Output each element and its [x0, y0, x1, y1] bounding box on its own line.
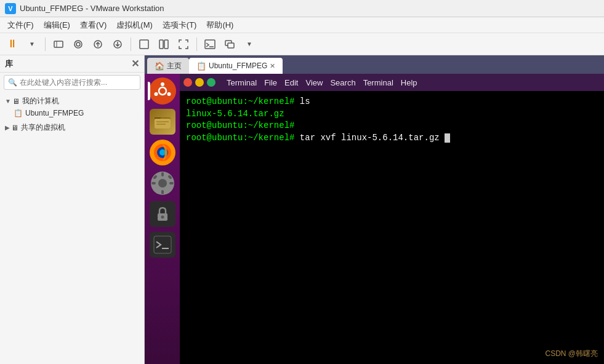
- terminal-output[interactable]: root@ubuntu:~/kernel# ls linux-5.6.14.ta…: [180, 91, 604, 364]
- prompt-1: root@ubuntu:~/kernel#: [186, 97, 300, 106]
- library-close-button[interactable]: ✕: [131, 58, 139, 69]
- svg-rect-32: [161, 190, 164, 194]
- fullscreen-button[interactable]: [175, 36, 192, 53]
- terminal-line-4: root@ubuntu:~/kernel# tar xvf linux-5.6.…: [186, 132, 598, 144]
- vm-menu-terminal2[interactable]: Terminal: [363, 78, 393, 87]
- console-button[interactable]: [201, 36, 219, 53]
- vm-menu-edit[interactable]: Edit: [284, 78, 298, 87]
- tree-item-my-computer[interactable]: ▼ 🖥 我的计算机: [0, 95, 144, 108]
- library-tree: ▼ 🖥 我的计算机 📋 Ubuntu_FFMPEG ▶ 🖥 共享的虚拟机: [0, 92, 144, 364]
- minimize-button[interactable]: [195, 78, 204, 87]
- window-controls: [183, 78, 215, 87]
- vm-menu-terminal[interactable]: Terminal: [227, 78, 257, 87]
- cmd-2: tar xvf linux-5.6.14.tar.gz: [300, 133, 445, 143]
- search-box[interactable]: 🔍: [4, 75, 140, 90]
- svg-rect-9: [159, 40, 163, 49]
- svg-point-18: [167, 92, 171, 96]
- expand-arrow-shared: ▶: [5, 124, 10, 131]
- vm-menu-help[interactable]: Help: [401, 78, 417, 87]
- terminal-icon: [150, 232, 175, 258]
- separator-3: [196, 38, 197, 51]
- toolbar: ⏸ ▼ ▼: [0, 33, 604, 55]
- watermark: CSDN @韩曙亮: [545, 349, 598, 359]
- file-manager-icon: [150, 109, 175, 135]
- view-split-button[interactable]: [155, 36, 172, 53]
- tree-item-shared-vms[interactable]: ▶ 🖥 共享的虚拟机: [0, 121, 144, 134]
- tab-bar: 🏠 主页 📋 Ubuntu_FFMPEG ✕: [145, 55, 604, 74]
- svg-rect-11: [205, 40, 215, 49]
- window-title: Ubuntu_FFMPEG - VMware Workstation: [20, 4, 164, 13]
- vm-menu-view[interactable]: View: [305, 78, 323, 87]
- svg-point-19: [154, 92, 158, 96]
- terminal-line-1: root@ubuntu:~/kernel# ls: [186, 96, 598, 108]
- right-panel: 🏠 主页 📋 Ubuntu_FFMPEG ✕: [145, 55, 604, 364]
- separator-1: [45, 38, 46, 51]
- ubuntu-vm-label: Ubuntu_FFMPEG: [25, 109, 84, 117]
- ubuntu-logo-icon: [149, 77, 176, 105]
- snapshot3-button[interactable]: [109, 36, 126, 53]
- menu-view[interactable]: 查看(V): [75, 18, 111, 32]
- svg-rect-8: [140, 40, 148, 49]
- svg-rect-10: [164, 40, 168, 49]
- snapshot2-button[interactable]: [89, 36, 107, 53]
- menu-bar: 文件(F) 编辑(E) 查看(V) 虚拟机(M) 选项卡(T) 帮助(H): [0, 17, 604, 33]
- firefox-icon: [149, 139, 176, 166]
- svg-point-3: [76, 42, 80, 46]
- dock-item-ubuntu[interactable]: [148, 76, 177, 106]
- tree-item-ubuntu-vm[interactable]: 📋 Ubuntu_FFMPEG: [9, 108, 144, 119]
- maximize-button[interactable]: [207, 78, 215, 87]
- title-bar: V Ubuntu_FFMPEG - VMware Workstation: [0, 0, 604, 17]
- home-icon: 🏠: [155, 61, 164, 71]
- svg-rect-0: [54, 41, 63, 47]
- search-icon: 🔍: [8, 78, 17, 87]
- pause-dropdown[interactable]: ▼: [23, 36, 41, 53]
- prompt-3: root@ubuntu:~/kernel#: [186, 133, 300, 143]
- vm-menu-file[interactable]: File: [264, 78, 277, 87]
- settings-icon: [149, 170, 176, 197]
- dock-item-terminal[interactable]: [148, 230, 177, 259]
- vm-icon: 📋: [14, 109, 23, 117]
- menu-tab[interactable]: 选项卡(T): [158, 18, 202, 32]
- left-panel: 库 ✕ 🔍 ▼ 🖥 我的计算机 📋 Ubuntu_FFMPEG ▶ 🖥 共享的虚…: [0, 55, 145, 364]
- pause-button[interactable]: ⏸: [4, 36, 21, 53]
- send-ctrl-alt-del-button[interactable]: [50, 36, 67, 53]
- dock-item-files[interactable]: [148, 107, 177, 136]
- tab-close-button[interactable]: ✕: [270, 62, 275, 70]
- svg-rect-14: [228, 43, 234, 48]
- app-dock: [145, 74, 180, 364]
- tab-vm-label: Ubuntu_FFMPEG: [209, 61, 267, 70]
- svg-point-30: [158, 179, 167, 188]
- svg-rect-34: [169, 182, 174, 184]
- prompt-2: root@ubuntu:~/kernel#: [186, 121, 300, 130]
- separator-2: [131, 38, 131, 51]
- library-header: 库 ✕: [0, 55, 144, 73]
- terminal-cursor: [445, 133, 450, 143]
- menu-edit[interactable]: 编辑(E): [39, 18, 75, 32]
- tab-home-label: 主页: [167, 61, 182, 71]
- menu-vm[interactable]: 虚拟机(M): [111, 18, 158, 32]
- terminal-line-2: linux-5.6.14.tar.gz: [186, 108, 598, 121]
- svg-point-28: [159, 149, 166, 156]
- svg-rect-39: [154, 236, 171, 253]
- dock-item-firefox[interactable]: [148, 138, 177, 167]
- resize-dropdown[interactable]: ▼: [241, 36, 258, 53]
- dock-item-settings[interactable]: [148, 168, 177, 198]
- vm-menu-search[interactable]: Search: [330, 78, 355, 87]
- search-input[interactable]: [20, 78, 136, 87]
- resize-button[interactable]: [221, 36, 238, 53]
- cmd-1: ls: [300, 97, 310, 106]
- svg-rect-33: [151, 182, 156, 184]
- view-full-button[interactable]: [135, 36, 153, 53]
- tab-home[interactable]: 🏠 主页: [147, 58, 189, 74]
- vm-content-area: Terminal File Edit View Search Terminal …: [145, 74, 604, 364]
- tab-ubuntu-vm[interactable]: 📋 Ubuntu_FFMPEG ✕: [189, 58, 283, 74]
- svg-point-17: [161, 82, 164, 86]
- menu-help[interactable]: 帮助(H): [201, 18, 238, 32]
- svg-rect-22: [155, 119, 171, 129]
- menu-file[interactable]: 文件(F): [2, 18, 39, 32]
- vm-tab-icon: 📋: [196, 61, 206, 71]
- dock-item-lock[interactable]: [148, 199, 177, 229]
- library-title: 库: [5, 58, 13, 69]
- snapshot-button[interactable]: [70, 36, 87, 53]
- close-button[interactable]: [183, 78, 192, 87]
